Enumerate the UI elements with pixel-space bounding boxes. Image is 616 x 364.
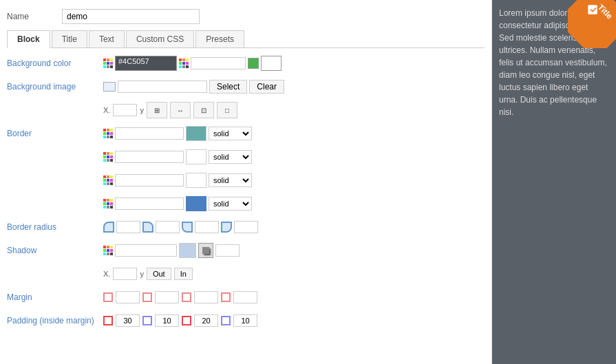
border-width-4[interactable] (115, 197, 184, 210)
shadow-color-swatch[interactable] (179, 243, 196, 258)
border-radius-controls (103, 221, 258, 233)
grid-pos-btn[interactable]: ⊞ (147, 102, 167, 118)
margin-controls: 20 (103, 291, 257, 303)
tab-custom-css[interactable]: Custom CSS (126, 30, 194, 47)
preview-panel: Title Lorem ipsum dolor sit amet, consec… (492, 0, 616, 364)
margin-left-input[interactable] (116, 291, 140, 303)
clear-button[interactable]: Clear (249, 80, 284, 94)
bg-color-label: Background color (7, 58, 103, 68)
border-color-grid-1[interactable] (103, 129, 113, 138)
tab-text[interactable]: Text (89, 30, 125, 47)
padding-right-icon (182, 316, 191, 325)
radius-tl-input[interactable] (116, 221, 140, 233)
name-label: Name (7, 12, 62, 21)
bg-image-label: Background image (7, 82, 103, 92)
x-input[interactable] (113, 104, 137, 116)
border-radius-label: Border radius (7, 222, 103, 232)
secondary-color-input[interactable] (191, 57, 246, 69)
border-style-select-2[interactable]: soliddasheddottednone (209, 150, 252, 164)
padding-top-icon (142, 316, 152, 325)
radius-tr-input[interactable] (156, 221, 180, 233)
border-color-grid-2[interactable] (103, 152, 113, 162)
shadow-y-label: y (140, 270, 144, 278)
bg-color-swatch[interactable]: #4C5057 (115, 56, 177, 71)
preview-box: Title Lorem ipsum dolor sit amet, consec… (492, 0, 616, 364)
position-row: X. y ⊞ ↔ ⊡ □ (103, 102, 237, 118)
y-label: y (140, 106, 144, 114)
radius-bl-input[interactable] (195, 221, 219, 233)
padding-left-input[interactable]: 30 (116, 314, 140, 327)
border-style-select-1[interactable]: soliddasheddottednone (209, 127, 252, 140)
padding-left-icon (103, 316, 113, 325)
shadow-xy-row: X. y Out In (103, 268, 193, 280)
border-color-grid-3[interactable] (103, 175, 113, 185)
border-row-3: soliddasheddottednone (103, 173, 252, 188)
tab-block[interactable]: Block (7, 30, 50, 48)
padding-right-input[interactable]: 20 (194, 314, 218, 327)
border-color-swatch-3[interactable] (186, 173, 206, 188)
shadow-in-btn[interactable]: In (174, 268, 193, 280)
margin-top-icon (142, 292, 152, 302)
padding-bottom-input[interactable]: 10 (233, 314, 257, 327)
margin-right-input[interactable]: 20 (194, 291, 218, 303)
margin-bottom-input[interactable] (233, 291, 257, 303)
radius-top-right-icon (142, 222, 153, 233)
margin-label: Margin (7, 292, 103, 302)
bg-color-controls: #4C5057 (103, 56, 282, 71)
shadow-controls (103, 243, 240, 258)
shadow-color-grid[interactable] (103, 246, 113, 255)
select-button[interactable]: Select (209, 80, 247, 94)
border-color-swatch-1[interactable] (186, 126, 206, 141)
bg-image-input[interactable] (118, 81, 207, 93)
v-h-btn[interactable]: ⊡ (193, 102, 214, 118)
title-badge: Title (568, 0, 616, 48)
border-row-2: soliddasheddottednone (103, 149, 252, 164)
shadow-extra-input[interactable] (215, 244, 240, 257)
center-btn[interactable]: □ (217, 102, 237, 118)
margin-top-input[interactable] (155, 291, 179, 303)
padding-controls: 30 10 20 10 (103, 314, 257, 327)
green-swatch[interactable] (248, 58, 259, 69)
color-grid-icon[interactable] (103, 58, 113, 68)
white-swatch[interactable] (261, 56, 282, 71)
border-style-select-4[interactable]: soliddasheddottednone (209, 197, 252, 211)
shadow-x-label: X. (103, 270, 110, 278)
border-width-1[interactable] (115, 127, 184, 140)
padding-label: Padding (inside margin) (7, 316, 103, 325)
color-grid-icon-2[interactable] (179, 58, 189, 68)
border-width-2[interactable] (115, 151, 184, 163)
border-color-grid-4[interactable] (103, 199, 113, 208)
shadow-label: Shadow (7, 246, 103, 255)
tab-title[interactable]: Title (52, 30, 87, 47)
shadow-x-input[interactable] (113, 268, 137, 280)
radius-bottom-left-icon (182, 222, 193, 233)
tab-bar: Block Title Text Custom CSS Presets (7, 30, 485, 48)
border-row-1: soliddasheddottednone (103, 126, 252, 141)
radius-bottom-right-icon (221, 222, 232, 233)
border-color-swatch-4[interactable] (186, 196, 206, 211)
padding-top-input[interactable]: 10 (155, 314, 179, 327)
bg-image-icon (103, 82, 116, 92)
margin-left-icon (103, 292, 113, 302)
padding-bottom-icon (221, 316, 231, 325)
shadow-out-btn[interactable]: Out (147, 268, 171, 280)
border-color-swatch-2[interactable] (186, 149, 206, 164)
border-width-3[interactable] (115, 174, 184, 186)
name-input[interactable] (62, 9, 200, 24)
shadow-icon (198, 243, 213, 258)
border-style-select-3[interactable]: soliddasheddottednone (209, 173, 252, 187)
radius-br-input[interactable] (234, 221, 258, 233)
margin-right-icon (182, 292, 191, 302)
border-row-4: soliddasheddottednone (103, 196, 252, 211)
bg-image-controls: Select Clear (103, 80, 284, 94)
bg-color-hex: #4C5057 (116, 55, 152, 67)
tab-presets[interactable]: Presets (195, 30, 244, 47)
radius-top-left-icon (103, 222, 114, 233)
margin-bottom-icon (221, 292, 231, 302)
h-repeat-btn[interactable]: ↔ (170, 102, 191, 118)
border-label: Border (7, 129, 103, 138)
shadow-input[interactable] (115, 244, 177, 257)
x-label: X. (103, 106, 110, 114)
